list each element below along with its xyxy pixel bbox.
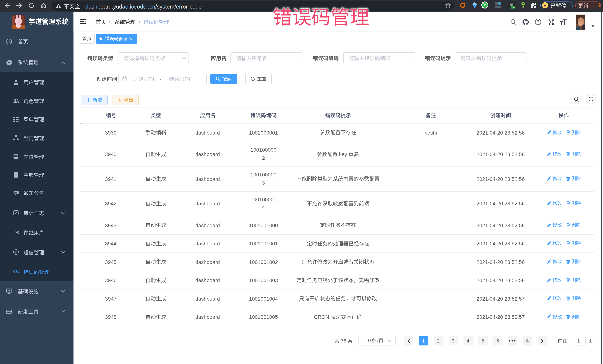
svg-text:on: on [512, 6, 514, 9]
